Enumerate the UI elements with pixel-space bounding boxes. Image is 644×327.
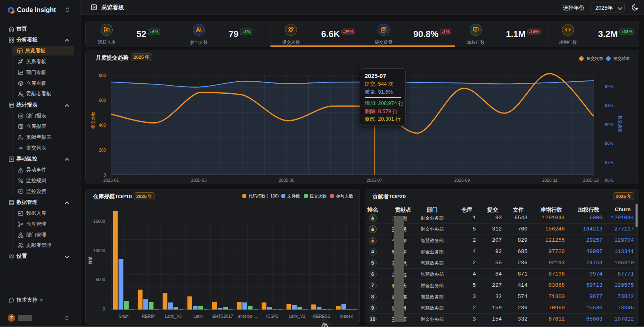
- svg-text:400: 400: [99, 123, 106, 128]
- svg-text:2025-11: 2025-11: [542, 178, 557, 183]
- svg-text:提交次数: 提交次数: [91, 112, 95, 129]
- svg-text:Larix: Larix: [193, 314, 203, 319]
- svg-text:Larix_V3: Larix_V3: [165, 314, 182, 319]
- svg-text:10000: 10000: [93, 248, 105, 253]
- svg-text:86%: 86%: [605, 178, 613, 183]
- svg-text:2025-03: 2025-03: [191, 178, 207, 183]
- svg-text:ICSP2: ICSP2: [266, 314, 279, 319]
- svg-text:提交质量: 提交质量: [618, 115, 623, 132]
- svg-text:enst-bp-...: enst-bp-...: [238, 314, 257, 319]
- svg-text:RERIP: RERIP: [142, 314, 155, 319]
- svg-text:Larix_V2: Larix_V2: [289, 314, 305, 319]
- svg-text:2025-01: 2025-01: [103, 178, 119, 183]
- svg-text:600: 600: [99, 98, 106, 103]
- svg-text:88%: 88%: [605, 141, 613, 146]
- svg-text:87%: 87%: [605, 160, 613, 165]
- svg-text:800: 800: [99, 73, 106, 78]
- svg-text:2025-07: 2025-07: [367, 178, 382, 183]
- svg-text:92%: 92%: [605, 84, 613, 89]
- svg-text:15000: 15000: [93, 219, 105, 224]
- svg-text:2025-12: 2025-12: [583, 178, 599, 183]
- svg-text:0: 0: [103, 306, 105, 311]
- svg-text:91%: 91%: [605, 103, 613, 108]
- svg-text:200: 200: [99, 148, 106, 152]
- svg-text:EHTS2017: EHTS2017: [213, 314, 233, 319]
- svg-text:89%: 89%: [605, 122, 613, 127]
- svg-text:Shun: Shun: [119, 314, 129, 319]
- svg-text:bladex: bladex: [341, 314, 353, 319]
- svg-text:2025-05: 2025-05: [279, 178, 295, 183]
- svg-text:5000: 5000: [96, 277, 105, 282]
- svg-text:2025-09: 2025-09: [454, 178, 470, 183]
- svg-text:RERESS: RERESS: [313, 314, 330, 319]
- svg-text:0: 0: [103, 173, 106, 177]
- svg-text:数量: 数量: [88, 256, 93, 265]
